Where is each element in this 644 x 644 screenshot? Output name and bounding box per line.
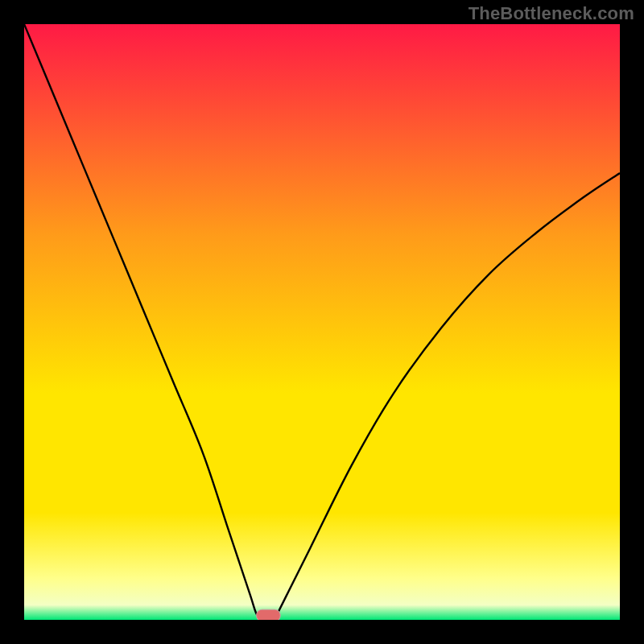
watermark-text: TheBottleneck.com (469, 3, 634, 24)
optimum-marker (257, 609, 281, 620)
plot-area (24, 24, 620, 620)
chart-frame: TheBottleneck.com (0, 0, 644, 644)
bottleneck-chart (24, 24, 620, 620)
gradient-background (24, 24, 620, 620)
